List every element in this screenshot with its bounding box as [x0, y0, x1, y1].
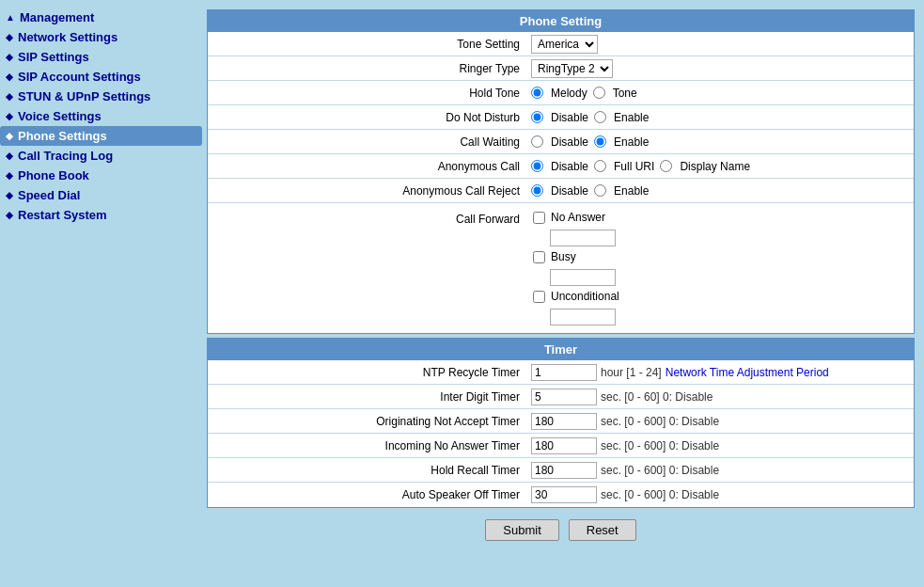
diamond-icon: ◆ [6, 111, 13, 121]
sidebar-item-speed-dial[interactable]: ◆ Speed Dial [0, 185, 202, 205]
sidebar-item-sip-settings[interactable]: ◆ SIP Settings [0, 47, 202, 67]
originating-not-accept-label: Originating Not Accept Timer [208, 415, 527, 428]
tone-setting-row: Tone Setting America Europe Japan [208, 32, 914, 56]
hold-tone-label: Hold Tone [208, 87, 527, 100]
call-forward-label: Call Forward [208, 207, 527, 226]
sidebar-item-sip-account-settings[interactable]: ◆ SIP Account Settings [0, 67, 202, 87]
hold-recall-control: sec. [0 - 600] 0: Disable [527, 460, 914, 481]
anon-call-disable-label: Disable [551, 160, 588, 173]
anon-reject-enable-radio[interactable] [594, 184, 606, 197]
anon-call-fulluri-radio[interactable] [594, 160, 606, 172]
cf-no-answer-input[interactable] [550, 230, 616, 246]
anon-call-displayname-label: Display Name [680, 160, 750, 173]
hold-recall-input[interactable] [531, 462, 597, 479]
dnd-enable-label: Enable [614, 111, 649, 124]
anonymous-call-reject-control: Disable Enable [527, 182, 914, 199]
sidebar-item-call-tracing-log[interactable]: ◆ Call Tracing Log [0, 146, 202, 166]
anonymous-call-reject-label: Anonymous Call Reject [208, 184, 527, 198]
cf-no-answer-checkbox[interactable] [533, 212, 545, 224]
call-waiting-control: Disable Enable [527, 134, 914, 151]
call-waiting-label: Call Waiting [208, 135, 527, 149]
anonymous-call-row: Anonymous Call Disable Full URI Display … [208, 154, 914, 179]
ntp-recycle-label: NTP Recycle Timer [208, 366, 527, 379]
diamond-icon: ◆ [6, 151, 13, 161]
inter-digit-input[interactable] [531, 389, 597, 405]
diamond-icon: ◆ [6, 91, 13, 102]
auto-speaker-off-label: Auto Speaker Off Timer [208, 488, 527, 501]
cf-busy-row: Busy [533, 250, 908, 263]
diamond-icon: ◆ [6, 170, 13, 181]
call-waiting-enable-radio[interactable] [594, 135, 606, 148]
diamond-icon: ◆ [6, 71, 13, 82]
incoming-no-answer-desc: sec. [0 - 600] 0: Disable [601, 439, 719, 452]
cf-busy-checkbox[interactable] [533, 251, 545, 263]
hold-recall-label: Hold Recall Timer [208, 464, 527, 477]
auto-speaker-off-desc: sec. [0 - 600] 0: Disable [601, 488, 719, 501]
tone-setting-label: Tone Setting [208, 38, 527, 51]
call-waiting-disable-label: Disable [551, 135, 588, 149]
hold-tone-control: Melody Tone [527, 85, 914, 102]
hold-recall-row: Hold Recall Timer sec. [0 - 600] 0: Disa… [208, 458, 914, 483]
incoming-no-answer-row: Incoming No Answer Timer sec. [0 - 600] … [208, 434, 914, 458]
dnd-disable-radio[interactable] [531, 111, 543, 123]
auto-speaker-off-row: Auto Speaker Off Timer sec. [0 - 600] 0:… [208, 483, 914, 507]
anonymous-call-reject-row: Anonymous Call Reject Disable Enable [208, 179, 914, 203]
sidebar-item-stun-upnp[interactable]: ◆ STUN & UPnP Settings [0, 87, 202, 106]
inter-digit-label: Inter Digit Timer [208, 390, 527, 404]
hold-tone-tone-label: Tone [613, 87, 637, 100]
submit-area: Submit Reset [207, 508, 915, 552]
timer-section: Timer NTP Recycle Timer hour [1 - 24] Ne… [207, 338, 915, 508]
ntp-recycle-desc: hour [1 - 24] [601, 366, 662, 379]
auto-speaker-off-control: sec. [0 - 600] 0: Disable [527, 484, 914, 505]
anon-reject-disable-label: Disable [551, 184, 588, 198]
phone-setting-header: Phone Setting [208, 10, 914, 32]
incoming-no-answer-label: Incoming No Answer Timer [208, 439, 527, 452]
ringer-type-select[interactable]: RingType 1 RingType 2 RingType 3 [531, 59, 613, 78]
sidebar-item-voice-settings[interactable]: ◆ Voice Settings [0, 106, 202, 126]
inter-digit-desc: sec. [0 - 60] 0: Disable [601, 390, 713, 404]
ntp-adjustment-link[interactable]: Network Time Adjustment Period [666, 366, 829, 379]
triangle-icon: ▲ [6, 12, 15, 23]
tone-setting-select[interactable]: America Europe Japan [531, 35, 598, 54]
hold-tone-tone-radio[interactable] [593, 87, 605, 99]
sidebar-item-phone-settings[interactable]: ◆ Phone Settings [0, 126, 202, 146]
hold-tone-melody-radio[interactable] [531, 87, 543, 99]
cf-busy-input[interactable] [550, 269, 616, 286]
hold-tone-row: Hold Tone Melody Tone [208, 81, 914, 105]
incoming-no-answer-input[interactable] [531, 437, 597, 454]
cf-unconditional-input[interactable] [550, 309, 616, 325]
cf-unconditional-label: Unconditional [551, 290, 619, 303]
anon-call-disable-radio[interactable] [531, 160, 543, 172]
anonymous-call-control: Disable Full URI Display Name [527, 158, 914, 175]
hold-tone-melody-label: Melody [551, 87, 587, 100]
dnd-enable-radio[interactable] [594, 111, 606, 123]
cf-no-answer-row: No Answer [533, 211, 908, 224]
cf-unconditional-checkbox[interactable] [533, 291, 545, 303]
call-waiting-disable-radio[interactable] [531, 135, 543, 148]
main-content: Phone Setting Tone Setting America Europ… [202, 0, 924, 587]
anonymous-call-label: Anonymous Call [208, 160, 527, 173]
sidebar-item-restart-system[interactable]: ◆ Restart System [0, 205, 202, 225]
tone-setting-control: America Europe Japan [527, 33, 914, 56]
do-not-disturb-control: Disable Enable [527, 109, 914, 126]
auto-speaker-off-input[interactable] [531, 486, 597, 503]
call-waiting-row: Call Waiting Disable Enable [208, 130, 914, 154]
sidebar-item-network-settings[interactable]: ◆ Network Settings [0, 27, 202, 47]
anon-reject-disable-radio[interactable] [531, 184, 543, 197]
diamond-icon: ◆ [6, 32, 13, 42]
submit-button[interactable]: Submit [485, 519, 558, 541]
timer-header: Timer [208, 339, 914, 360]
diamond-icon: ◆ [6, 210, 13, 220]
reset-button[interactable]: Reset [569, 519, 636, 541]
incoming-no-answer-control: sec. [0 - 600] 0: Disable [527, 436, 914, 456]
ntp-recycle-input[interactable] [531, 364, 597, 381]
diamond-icon: ◆ [6, 131, 13, 141]
originating-not-accept-input[interactable] [531, 413, 597, 430]
call-waiting-enable-label: Enable [614, 135, 649, 149]
diamond-icon: ◆ [6, 190, 13, 200]
ntp-recycle-row: NTP Recycle Timer hour [1 - 24] Network … [208, 360, 914, 385]
sidebar-item-management[interactable]: ▲ Management [0, 8, 202, 27]
do-not-disturb-row: Do Not Disturb Disable Enable [208, 105, 914, 130]
sidebar-item-phone-book[interactable]: ◆ Phone Book [0, 166, 202, 185]
anon-call-displayname-radio[interactable] [660, 160, 672, 172]
